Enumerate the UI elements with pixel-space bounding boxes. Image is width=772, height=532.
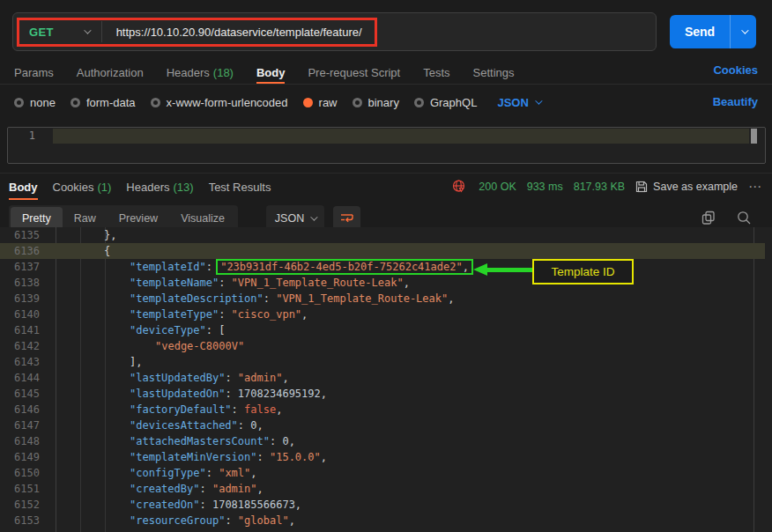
code-line: 6151 "createdBy": "admin",	[0, 481, 765, 497]
code-line-highlighted: 6136 {	[0, 243, 765, 259]
wrap-line-icon	[340, 212, 354, 225]
copy-response-button[interactable]	[701, 210, 716, 225]
response-time[interactable]: 933 ms	[527, 181, 563, 193]
response-tab-body[interactable]: Body	[9, 174, 38, 200]
code-line-templateid: 6137 "templateId": "23b931df-46b2-4ed5-b…	[0, 259, 765, 275]
code-line: 6146 "factoryDefault": false,	[0, 402, 765, 417]
search-response-button[interactable]	[736, 210, 752, 225]
radio-icon	[353, 98, 362, 107]
mode-binary[interactable]: binary	[353, 96, 399, 109]
headers-count: (18)	[213, 66, 234, 79]
code-line: 6150 "configType": "xml",	[0, 465, 765, 481]
chevron-down-icon	[310, 213, 317, 220]
postman-window: GET https://10.10.20.90/dataservice/temp…	[0, 0, 772, 532]
save-as-example-button[interactable]: Save as example	[635, 181, 738, 193]
url-bar: GET https://10.10.20.90/dataservice/temp…	[12, 12, 657, 51]
code-rows: 6135 }, 6136 { 6137 "templateId": "23b93…	[0, 227, 765, 528]
tab-tests[interactable]: Tests	[423, 62, 449, 84]
response-size[interactable]: 817.93 KB	[574, 181, 625, 193]
editor-scrollbar-thumb[interactable]	[751, 129, 757, 144]
beautify-link[interactable]: Beautify	[713, 95, 758, 108]
tab-params[interactable]: Params	[14, 62, 54, 84]
status-code[interactable]: 200 OK	[479, 181, 516, 193]
tab-body[interactable]: Body	[256, 62, 286, 84]
editor-active-line[interactable]	[53, 129, 749, 144]
code-line: 6145 "lastUpdatedOn": 1708234695192,	[0, 386, 765, 402]
request-tabs: Params Authorization Headers(18) Body Pr…	[0, 62, 772, 85]
radio-icon	[151, 98, 160, 107]
response-meta: 200 OK 933 ms 817.93 KB Save as example …	[451, 173, 762, 200]
mode-none[interactable]: none	[14, 96, 56, 109]
code-line: 6152 "createdOn": 1708185566673,	[0, 497, 765, 513]
code-line: 6144 "lastUpdatedBy": "admin",	[0, 370, 765, 386]
response-tab-headers[interactable]: Headers(13)	[126, 174, 193, 200]
code-line: 6140 "templateType": "cisco_vpn",	[0, 307, 765, 322]
code-line: 6141 "deviceType": [	[0, 322, 765, 338]
code-line: 6143 ],	[0, 354, 765, 370]
code-line: 6135 },	[0, 227, 765, 243]
code-line: 6153 "resourceGroup": "global",	[0, 513, 765, 528]
url-input[interactable]: https://10.10.20.90/dataservice/template…	[116, 26, 362, 39]
send-button[interactable]: Send	[670, 15, 756, 48]
method-select[interactable]: GET	[13, 26, 101, 39]
radio-icon	[414, 98, 424, 107]
cookies-link[interactable]: Cookies	[713, 63, 758, 77]
response-tab-test-results[interactable]: Test Results	[209, 174, 271, 200]
network-error-icon[interactable]	[451, 179, 466, 194]
code-line: 6149 "templateMinVersion": "15.0.0",	[0, 449, 765, 465]
mode-form-data[interactable]: form-data	[71, 96, 136, 109]
response-body-viewer[interactable]: 6135 }, 6136 { 6137 "templateId": "23b93…	[0, 227, 772, 532]
radio-icon	[71, 98, 80, 107]
radio-icon	[14, 98, 24, 107]
radio-selected-icon	[303, 98, 313, 107]
more-actions-button[interactable]: ⋯	[748, 179, 762, 195]
chevron-down-icon	[84, 26, 91, 33]
editor-line-number: 1	[0, 129, 35, 144]
send-button-label[interactable]: Send	[670, 15, 730, 48]
cookies-count: (1)	[97, 181, 111, 194]
save-icon	[635, 181, 648, 193]
code-line: 6139 "templateDescription": "VPN_1_Templ…	[0, 291, 765, 307]
mode-x-www-form-urlencoded[interactable]: x-www-form-urlencoded	[151, 96, 288, 109]
headers-count: (13)	[174, 181, 194, 194]
code-line: 6138 "templateName": "VPN_1_Template_Rou…	[0, 275, 765, 291]
code-line: 6147 "devicesAttached": 0,	[0, 417, 765, 433]
tab-pre-request-script[interactable]: Pre-request Script	[308, 62, 400, 84]
green-arrow-shaft	[486, 268, 532, 272]
mode-graphql[interactable]: GraphQL	[414, 96, 477, 109]
divider	[101, 21, 102, 42]
mode-raw[interactable]: raw	[303, 96, 338, 109]
code-line: 6148 "attachedMastersCount": 0,	[0, 433, 765, 449]
chevron-down-icon	[741, 26, 748, 33]
templateid-highlight-box: "23b931df-46b2-4ed5-b20f-75262c41ade2",	[216, 259, 473, 275]
code-line: 6142 "vedge-C8000V"	[0, 338, 765, 354]
tab-settings[interactable]: Settings	[473, 62, 515, 84]
search-icon	[736, 210, 752, 225]
body-mode-row: none form-data x-www-form-urlencoded raw…	[0, 88, 772, 116]
tab-authorization[interactable]: Authorization	[77, 62, 144, 84]
send-options-button[interactable]	[730, 15, 756, 48]
response-tab-cookies[interactable]: Cookies(1)	[53, 174, 112, 200]
body-type-select[interactable]: JSON	[497, 96, 539, 109]
chevron-down-icon	[535, 97, 542, 104]
method-label: GET	[29, 26, 54, 39]
template-id-annotation-label: Template ID	[532, 259, 634, 284]
tab-headers[interactable]: Headers(18)	[167, 62, 234, 84]
copy-icon	[701, 210, 716, 225]
